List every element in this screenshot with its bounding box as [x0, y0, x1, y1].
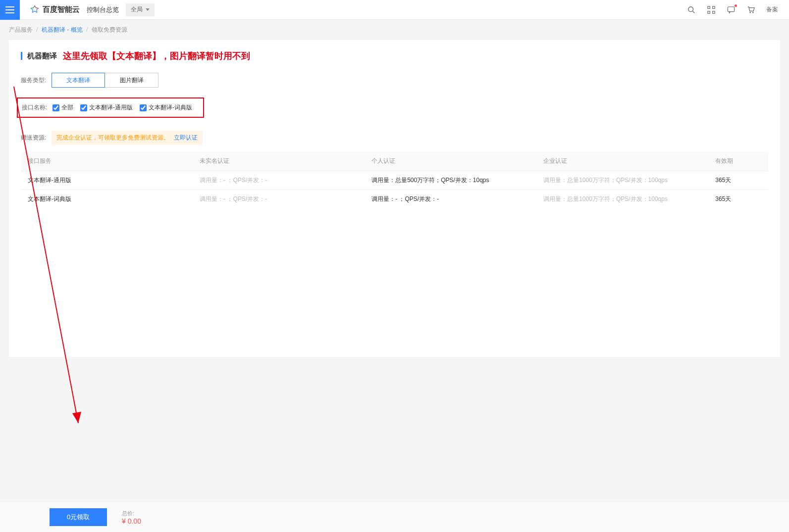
svg-rect-5	[728, 6, 734, 11]
table-header-row: 接口服务 未实名认证 个人认证 企业认证 有效期	[21, 152, 768, 171]
cell-enterprise: 调用量：总量1000万字符；QPS/并发：100qps	[536, 190, 708, 208]
footer-bar: 0元领取 总价: ¥ 0.00	[0, 502, 789, 532]
breadcrumb: 产品服务 / 机器翻译 - 概览 / 领取免费资源	[0, 20, 789, 40]
scope-selector[interactable]: 全局	[126, 3, 155, 16]
title-accent-bar	[21, 52, 22, 60]
search-icon	[687, 6, 695, 14]
page-title-row: 机器翻译 这里先领取【文本翻译】，图片翻译暂时用不到	[21, 50, 768, 62]
tab-image-translation[interactable]: 图片翻译	[105, 73, 158, 88]
svg-point-7	[752, 12, 753, 13]
service-type-label: 服务类型:	[21, 76, 52, 85]
breadcrumb-item-1: 产品服务	[9, 26, 33, 33]
search-button[interactable]	[687, 5, 696, 14]
cart-button[interactable]	[746, 5, 755, 14]
checkbox-general-label: 文本翻译-通用版	[89, 103, 133, 112]
cell-no-auth: 调用量：- ；QPS/并发：-	[193, 190, 365, 208]
gift-resource-label: 赠送资源:	[21, 134, 52, 142]
cart-icon	[747, 5, 755, 14]
resource-table: 接口服务 未实名认证 个人认证 企业认证 有效期 文本翻译-通用版 调用量：- …	[21, 152, 768, 208]
brand-text: 百度智能云	[43, 5, 80, 14]
page-title: 机器翻译	[27, 51, 57, 61]
console-title[interactable]: 控制台总览	[87, 5, 119, 14]
col-enterprise: 企业认证	[536, 152, 708, 171]
interface-name-label: 接口名称:	[22, 103, 53, 112]
cell-personal: 调用量：- ；QPS/并发：-	[365, 190, 536, 208]
gift-tip-text: 完成企业认证，可领取更多免费测试资源。	[56, 134, 169, 141]
svg-rect-2	[713, 6, 715, 8]
cell-valid: 365天	[708, 190, 768, 208]
checkbox-general-input[interactable]	[80, 104, 87, 111]
gift-resource-row: 赠送资源: 完成企业认证，可领取更多免费测试资源。 立即认证	[21, 131, 768, 145]
cell-personal: 调用量：总量500万字符；QPS/并发：10qps	[365, 171, 536, 190]
svg-rect-3	[708, 11, 710, 13]
topbar-right: 备案	[687, 5, 789, 14]
main-panel: 机器翻译 这里先领取【文本翻译】，图片翻译暂时用不到 服务类型: 文本翻译 图片…	[9, 40, 780, 357]
verify-now-link[interactable]: 立即认证	[174, 134, 198, 141]
table-row: 文本翻译-通用版 调用量：- ；QPS/并发：- 调用量：总量500万字符；QP…	[21, 171, 768, 190]
interface-name-highlight: 接口名称: 全部 文本翻译-通用版 文本翻译-词典版	[17, 97, 204, 118]
svg-rect-1	[708, 6, 710, 8]
svg-point-0	[688, 6, 693, 11]
hamburger-icon	[5, 6, 14, 13]
checkbox-dict-label: 文本翻译-词典版	[149, 103, 192, 112]
total-price-block: 总价: ¥ 0.00	[122, 510, 141, 525]
total-price-label: 总价:	[122, 510, 141, 517]
col-valid: 有效期	[708, 152, 768, 171]
chat-bubble-icon	[727, 6, 735, 14]
annotation-note: 这里先领取【文本翻译】，图片翻译暂时用不到	[63, 50, 250, 62]
svg-rect-4	[713, 11, 715, 13]
checkbox-all[interactable]: 全部	[53, 103, 73, 112]
cell-service: 文本翻译-通用版	[21, 171, 193, 190]
hamburger-menu-button[interactable]	[0, 0, 20, 20]
messages-button[interactable]	[727, 5, 736, 14]
col-service: 接口服务	[21, 152, 193, 171]
cell-valid: 365天	[708, 171, 768, 190]
tab-text-translation[interactable]: 文本翻译	[52, 73, 105, 88]
cell-service: 文本翻译-词典版	[21, 190, 193, 208]
brand-logo[interactable]: 百度智能云	[30, 5, 80, 15]
topbar: 百度智能云 控制台总览 全局 备案	[0, 0, 789, 20]
claim-free-button[interactable]: 0元领取	[50, 508, 107, 526]
cell-no-auth: 调用量：- ；QPS/并发：-	[193, 171, 365, 190]
support-link[interactable]: 备案	[766, 5, 778, 14]
checkbox-all-label: 全部	[61, 103, 73, 112]
breadcrumb-item-3: 领取免费资源	[92, 26, 127, 33]
service-type-row: 服务类型: 文本翻译 图片翻译	[21, 73, 768, 88]
scope-selector-label: 全局	[131, 5, 143, 14]
table-row: 文本翻译-词典版 调用量：- ；QPS/并发：- 调用量：- ；QPS/并发：-…	[21, 190, 768, 208]
total-price-value: ¥ 0.00	[122, 517, 141, 525]
col-no-auth: 未实名认证	[193, 152, 365, 171]
svg-marker-9	[72, 412, 81, 423]
apps-grid-button[interactable]	[707, 5, 716, 14]
col-personal: 个人认证	[365, 152, 536, 171]
checkbox-all-input[interactable]	[53, 104, 59, 111]
breadcrumb-item-2[interactable]: 机器翻译 - 概览	[42, 26, 83, 33]
checkbox-dict-input[interactable]	[140, 104, 147, 111]
checkbox-dict[interactable]: 文本翻译-词典版	[140, 103, 192, 112]
gift-tip-box: 完成企业认证，可领取更多免费测试资源。 立即认证	[52, 131, 203, 145]
chevron-down-icon	[146, 8, 150, 11]
checkbox-general[interactable]: 文本翻译-通用版	[80, 103, 133, 112]
cell-enterprise: 调用量：总量1000万字符；QPS/并发：100qps	[536, 171, 708, 190]
svg-point-6	[749, 12, 750, 13]
apps-grid-icon	[707, 6, 715, 14]
baidu-cloud-icon	[30, 5, 40, 15]
